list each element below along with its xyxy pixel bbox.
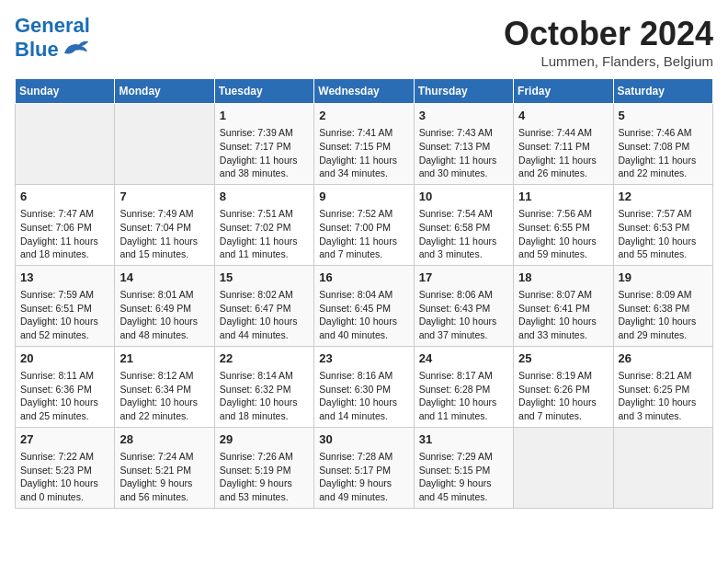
day-info: Sunrise: 7:49 AM [119, 207, 209, 221]
day-number: 8 [220, 189, 309, 205]
title-block: October 2024 Lummen, Flanders, Belgium [504, 15, 713, 69]
day-info: Sunset: 5:23 PM [20, 464, 109, 477]
day-number: 18 [518, 270, 608, 286]
day-info: Sunset: 7:08 PM [619, 140, 708, 154]
calendar-week-row: 27Sunrise: 7:22 AMSunset: 5:23 PMDayligh… [16, 427, 713, 508]
day-info: Sunset: 6:32 PM [220, 383, 309, 396]
day-info: Daylight: 11 hours and 3 minutes. [419, 235, 508, 261]
calendar-table: SundayMondayTuesdayWednesdayThursdayFrid… [15, 78, 713, 509]
day-info: Sunrise: 8:19 AM [518, 369, 608, 383]
day-info: Sunrise: 8:16 AM [319, 369, 408, 383]
day-info: Daylight: 10 hours and 14 minutes. [319, 396, 408, 422]
day-info: Daylight: 10 hours and 52 minutes. [20, 315, 109, 341]
weekday-header-cell: Friday [514, 79, 613, 104]
weekday-header-cell: Saturday [613, 79, 712, 104]
day-info: Sunset: 6:28 PM [419, 383, 508, 396]
day-number: 27 [20, 431, 109, 448]
calendar-cell: 11Sunrise: 7:56 AMSunset: 6:55 PMDayligh… [514, 184, 613, 265]
day-info: Daylight: 10 hours and 18 minutes. [220, 396, 309, 422]
day-info: Daylight: 11 hours and 7 minutes. [319, 235, 408, 261]
day-number: 6 [20, 189, 109, 205]
day-info: Daylight: 10 hours and 48 minutes. [119, 315, 209, 341]
calendar-cell: 1Sunrise: 7:39 AMSunset: 7:17 PMDaylight… [214, 104, 313, 185]
month-title: October 2024 [504, 15, 713, 53]
day-info: Daylight: 10 hours and 3 minutes. [619, 396, 708, 422]
day-info: Sunset: 5:15 PM [419, 464, 508, 477]
day-info: Sunrise: 7:56 AM [518, 207, 608, 221]
day-number: 4 [518, 108, 608, 124]
day-info: Sunset: 7:00 PM [319, 221, 408, 235]
day-info: Sunrise: 7:41 AM [319, 126, 408, 140]
day-info: Daylight: 11 hours and 11 minutes. [220, 235, 309, 261]
day-info: Sunset: 6:26 PM [518, 383, 608, 396]
day-info: Sunrise: 7:22 AM [20, 450, 109, 464]
day-info: Sunset: 6:25 PM [619, 383, 708, 396]
day-info: Daylight: 9 hours and 49 minutes. [319, 477, 408, 503]
calendar-cell: 28Sunrise: 7:24 AMSunset: 5:21 PMDayligh… [115, 427, 214, 508]
day-info: Daylight: 9 hours and 53 minutes. [220, 477, 309, 503]
day-info: Daylight: 9 hours and 45 minutes. [419, 477, 508, 503]
day-info: Daylight: 10 hours and 37 minutes. [419, 315, 508, 341]
day-info: Sunset: 6:43 PM [419, 302, 508, 316]
calendar-cell: 8Sunrise: 7:51 AMSunset: 7:02 PMDaylight… [214, 184, 313, 265]
day-number: 13 [20, 270, 109, 286]
weekday-header-cell: Tuesday [214, 79, 313, 104]
weekday-header-cell: Sunday [16, 79, 115, 104]
day-number: 23 [319, 350, 408, 367]
calendar-cell: 31Sunrise: 7:29 AMSunset: 5:15 PMDayligh… [414, 427, 513, 508]
day-number: 11 [518, 189, 608, 205]
calendar-cell: 7Sunrise: 7:49 AMSunset: 7:04 PMDaylight… [115, 184, 214, 265]
calendar-cell [514, 427, 613, 508]
day-info: Daylight: 10 hours and 40 minutes. [319, 315, 408, 341]
day-info: Sunrise: 7:47 AM [20, 207, 109, 221]
logo-blue: Blue [15, 38, 59, 62]
calendar-cell: 23Sunrise: 8:16 AMSunset: 6:30 PMDayligh… [314, 346, 414, 427]
day-info: Sunrise: 8:01 AM [119, 288, 209, 302]
day-number: 12 [619, 189, 708, 205]
calendar-cell: 27Sunrise: 7:22 AMSunset: 5:23 PMDayligh… [16, 427, 115, 508]
day-info: Daylight: 10 hours and 29 minutes. [619, 315, 708, 341]
day-info: Sunset: 7:11 PM [518, 140, 608, 154]
weekday-header-cell: Wednesday [314, 79, 414, 104]
day-info: Daylight: 11 hours and 30 minutes. [419, 154, 508, 180]
day-info: Sunrise: 8:14 AM [220, 369, 309, 383]
day-number: 15 [220, 270, 309, 286]
calendar-cell: 6Sunrise: 7:47 AMSunset: 7:06 PMDaylight… [16, 184, 115, 265]
calendar-cell: 22Sunrise: 8:14 AMSunset: 6:32 PMDayligh… [214, 346, 313, 427]
day-info: Sunset: 7:17 PM [220, 140, 309, 154]
day-info: Sunrise: 7:26 AM [220, 450, 309, 464]
logo-bird-icon [61, 37, 90, 63]
day-number: 24 [419, 350, 508, 367]
calendar-cell: 29Sunrise: 7:26 AMSunset: 5:19 PMDayligh… [214, 427, 313, 508]
calendar-cell: 4Sunrise: 7:44 AMSunset: 7:11 PMDaylight… [514, 104, 613, 185]
day-number: 26 [619, 350, 708, 367]
day-number: 31 [419, 431, 508, 448]
day-info: Sunset: 6:38 PM [619, 302, 708, 316]
day-info: Sunset: 6:34 PM [119, 383, 209, 396]
day-info: Daylight: 10 hours and 59 minutes. [518, 235, 608, 261]
day-info: Daylight: 10 hours and 0 minutes. [20, 477, 109, 503]
logo: General Blue [15, 15, 90, 63]
weekday-header-cell: Monday [115, 79, 214, 104]
day-number: 17 [419, 270, 508, 286]
day-number: 7 [119, 189, 209, 205]
calendar-cell: 26Sunrise: 8:21 AMSunset: 6:25 PMDayligh… [613, 346, 712, 427]
day-number: 21 [119, 350, 209, 367]
calendar-cell [16, 104, 115, 185]
calendar-cell: 20Sunrise: 8:11 AMSunset: 6:36 PMDayligh… [16, 346, 115, 427]
day-info: Sunrise: 7:59 AM [20, 288, 109, 302]
day-info: Sunrise: 7:43 AM [419, 126, 508, 140]
day-number: 16 [319, 270, 408, 286]
day-info: Daylight: 10 hours and 7 minutes. [518, 396, 608, 422]
location: Lummen, Flanders, Belgium [504, 53, 713, 69]
day-number: 20 [20, 350, 109, 367]
weekday-header-cell: Thursday [414, 79, 513, 104]
day-info: Sunset: 7:06 PM [20, 221, 109, 235]
day-info: Sunrise: 7:44 AM [518, 126, 608, 140]
day-info: Sunrise: 8:07 AM [518, 288, 608, 302]
day-info: Sunset: 7:13 PM [419, 140, 508, 154]
day-number: 5 [619, 108, 708, 124]
day-info: Sunrise: 8:12 AM [119, 369, 209, 383]
day-number: 3 [419, 108, 508, 124]
day-number: 9 [319, 189, 408, 205]
